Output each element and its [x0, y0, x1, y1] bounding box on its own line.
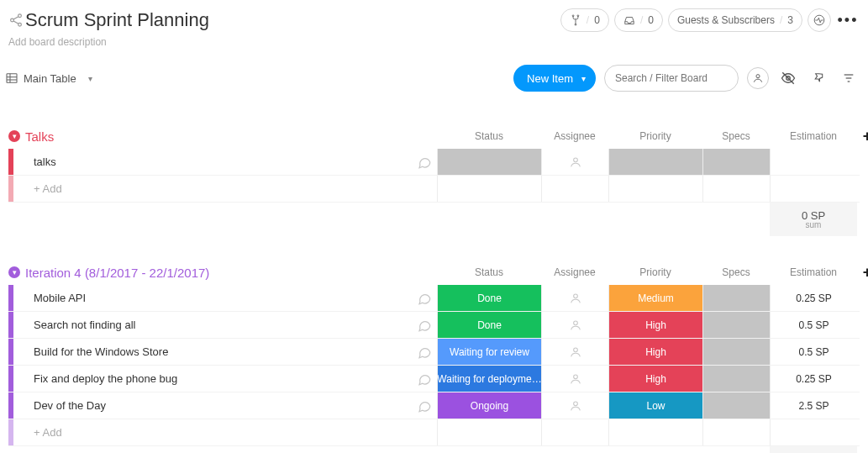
search-input[interactable]: [615, 72, 728, 84]
col-status[interactable]: Status: [437, 130, 541, 142]
estimation-cell[interactable]: 0.25 SP: [770, 285, 857, 311]
priority-cell[interactable]: High: [608, 312, 702, 338]
specs-cell[interactable]: [702, 149, 770, 175]
priority-cell[interactable]: High: [608, 366, 702, 392]
estimation-cell[interactable]: 2.5 SP: [770, 392, 857, 419]
col-assignee[interactable]: Assignee: [541, 130, 608, 142]
specs-cell[interactable]: [702, 339, 770, 365]
priority-cell[interactable]: [608, 149, 702, 175]
chat-icon[interactable]: [412, 155, 437, 170]
item-name[interactable]: Search not finding all: [20, 319, 412, 331]
activity-icon[interactable]: [808, 8, 831, 32]
assignee-cell[interactable]: [541, 285, 608, 311]
col-priority[interactable]: Priority: [608, 266, 702, 278]
col-specs[interactable]: Specs: [702, 266, 770, 278]
row-color-bar: [8, 419, 13, 445]
svg-line-3: [13, 17, 18, 19]
svg-point-2: [18, 23, 22, 26]
estimation-cell[interactable]: 0.5 SP: [770, 312, 857, 338]
board-title[interactable]: Scrum Sprint Planning: [25, 9, 209, 31]
col-status[interactable]: Status: [437, 266, 541, 278]
add-item-row[interactable]: + Add: [8, 419, 860, 446]
priority-cell[interactable]: Medium: [608, 285, 702, 311]
tray-pill[interactable]: / 0: [614, 8, 663, 32]
chat-icon[interactable]: [412, 398, 437, 413]
guests-pill[interactable]: Guests & Subscribers / 3: [668, 8, 802, 32]
estimation-cell[interactable]: 0.25 SP: [770, 366, 857, 392]
group-title[interactable]: Iteration 4 (8/1/2017 - 22/1/2017): [25, 266, 209, 280]
status-cell[interactable]: [437, 149, 541, 175]
tray-count: 0: [648, 14, 654, 26]
add-item-row[interactable]: + Add: [8, 176, 860, 203]
status-cell[interactable]: Waiting for deployme…: [437, 366, 541, 392]
eye-hide-icon[interactable]: [777, 67, 799, 89]
assignee-cell[interactable]: [541, 392, 608, 419]
status-cell[interactable]: Waiting for review: [437, 339, 541, 365]
assignee-cell[interactable]: [541, 366, 608, 392]
view-name: Main Table: [24, 72, 76, 85]
assignee-cell[interactable]: [541, 149, 608, 175]
svg-point-25: [573, 402, 577, 406]
specs-cell[interactable]: [702, 366, 770, 392]
specs-cell[interactable]: [702, 392, 770, 419]
specs-cell[interactable]: [702, 285, 770, 311]
svg-point-22: [573, 321, 577, 325]
add-description[interactable]: Add board description: [8, 36, 107, 48]
item-name[interactable]: Mobile API: [20, 292, 412, 304]
table-row[interactable]: Dev of the DayOngoingLow2.5 SP: [8, 392, 860, 419]
chat-icon[interactable]: [412, 371, 437, 387]
table-icon: [5, 71, 18, 85]
view-selector[interactable]: Main Table ▾: [5, 71, 92, 85]
col-estimation[interactable]: Estimation: [770, 130, 857, 142]
estimation-cell[interactable]: 0.5 SP: [770, 339, 857, 365]
collapse-icon[interactable]: ▾: [8, 130, 20, 142]
svg-point-20: [573, 158, 577, 162]
item-name[interactable]: Fix and deploy the phone bug: [20, 372, 412, 385]
add-column-icon[interactable]: +: [857, 128, 868, 145]
table-row[interactable]: Mobile APIDoneMedium0.25 SP: [8, 285, 860, 312]
assignee-cell[interactable]: [541, 339, 608, 365]
status-cell[interactable]: Done: [437, 312, 541, 338]
table-row[interactable]: Build for the Windows StoreWaiting for r…: [8, 339, 860, 366]
add-column-icon[interactable]: +: [857, 264, 868, 282]
table-row[interactable]: Fix and deploy the phone bugWaiting for …: [8, 366, 860, 392]
priority-cell[interactable]: High: [608, 339, 702, 365]
table-row[interactable]: Search not finding allDoneHigh0.5 SP: [8, 312, 860, 339]
guests-count: 3: [787, 14, 793, 26]
table-row[interactable]: talks: [8, 149, 860, 176]
fork-pill[interactable]: / 0: [560, 8, 609, 32]
priority-cell[interactable]: Low: [608, 392, 702, 419]
specs-cell[interactable]: [702, 312, 770, 338]
chat-icon[interactable]: [412, 318, 437, 333]
add-item-placeholder[interactable]: + Add: [20, 182, 412, 195]
estimation-sum: 0 SPsum: [770, 203, 857, 236]
col-estimation[interactable]: Estimation: [770, 266, 857, 278]
pin-icon[interactable]: [808, 67, 829, 89]
status-cell[interactable]: Done: [437, 285, 541, 311]
estimation-cell[interactable]: [770, 149, 857, 175]
chat-icon[interactable]: [412, 345, 437, 360]
item-name[interactable]: Dev of the Day: [20, 399, 412, 412]
collapse-icon[interactable]: ▾: [8, 266, 20, 278]
item-name[interactable]: talks: [20, 155, 412, 168]
row-color-bar: [8, 176, 13, 202]
more-icon[interactable]: •••: [836, 8, 860, 32]
row-color-bar: [8, 312, 13, 338]
search-input-wrapper[interactable]: [604, 65, 739, 92]
item-name[interactable]: Build for the Windows Store: [20, 345, 412, 358]
svg-point-24: [573, 375, 577, 379]
chat-icon[interactable]: [412, 291, 437, 306]
person-filter-icon[interactable]: [747, 67, 769, 89]
col-specs[interactable]: Specs: [702, 130, 770, 142]
add-item-placeholder[interactable]: + Add: [20, 426, 412, 439]
row-color-bar: [8, 149, 13, 175]
svg-point-14: [756, 75, 760, 78]
new-item-label: New Item: [527, 72, 573, 85]
col-priority[interactable]: Priority: [608, 130, 702, 142]
status-cell[interactable]: Ongoing: [437, 392, 541, 419]
filter-icon[interactable]: [838, 67, 860, 89]
assignee-cell[interactable]: [541, 312, 608, 338]
new-item-button[interactable]: New Item ▾: [513, 65, 596, 92]
col-assignee[interactable]: Assignee: [541, 266, 608, 278]
group-title[interactable]: Talks: [25, 129, 54, 144]
